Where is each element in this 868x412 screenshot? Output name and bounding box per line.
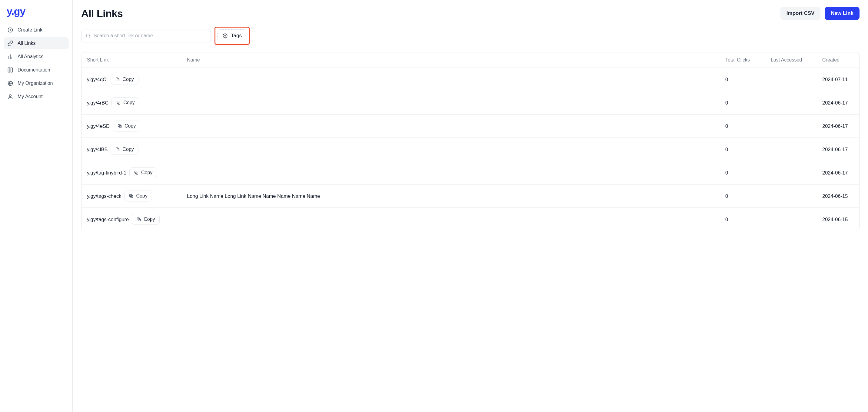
copy-button[interactable]: Copy xyxy=(111,144,138,155)
table-row[interactable]: y.gy/4qCICopy02024-07-11 xyxy=(82,68,859,91)
copy-icon xyxy=(115,147,120,152)
table-row[interactable]: y.gy/4rBCCopy02024-06-17 xyxy=(82,91,859,115)
short-link-text[interactable]: y.gy/4lBB xyxy=(87,147,107,152)
short-link-text[interactable]: y.gy/4rBC xyxy=(87,100,108,106)
sidebar-item-label: Create Link xyxy=(18,27,42,33)
table-row[interactable]: y.gy/tags-checkCopyLong Link Name Long L… xyxy=(82,185,859,208)
cell-created: 2024-06-17 xyxy=(817,138,859,161)
copy-button[interactable]: Copy xyxy=(113,121,140,131)
table-row[interactable]: y.gy/4lBBCopy02024-06-17 xyxy=(82,138,859,161)
sidebar-item-my-organization[interactable]: My Organization xyxy=(4,77,69,89)
short-link-text[interactable]: y.gy/tags-check xyxy=(87,193,121,199)
user-icon xyxy=(7,94,13,100)
cell-created: 2024-06-17 xyxy=(817,161,859,185)
cell-total-clicks: 0 xyxy=(720,68,765,91)
svg-point-8 xyxy=(9,95,11,97)
links-table-wrap: Short Link Name Total Clicks Last Access… xyxy=(81,52,860,231)
cell-last-accessed xyxy=(765,185,817,208)
plus-circle-icon xyxy=(7,27,13,33)
globe-icon xyxy=(7,80,13,86)
filters-row: Tags xyxy=(81,27,860,45)
sidebar-item-label: My Organization xyxy=(18,81,53,86)
copy-button[interactable]: Copy xyxy=(124,191,152,201)
cell-name xyxy=(182,115,720,138)
copy-button[interactable]: Copy xyxy=(112,97,139,108)
cell-last-accessed xyxy=(765,161,817,185)
sidebar-item-all-analytics[interactable]: All Analytics xyxy=(4,51,69,63)
copy-button-label: Copy xyxy=(136,193,147,199)
copy-icon xyxy=(129,194,134,198)
copy-button-label: Copy xyxy=(123,100,134,105)
sidebar-item-my-account[interactable]: My Account xyxy=(4,91,69,103)
copy-icon xyxy=(116,100,121,105)
cell-total-clicks: 0 xyxy=(720,91,765,115)
cell-last-accessed xyxy=(765,208,817,231)
tags-highlight-box: Tags xyxy=(215,27,250,45)
header-actions: Import CSV New Link xyxy=(780,7,860,20)
copy-icon xyxy=(134,170,139,175)
cell-name xyxy=(182,68,720,91)
cell-name xyxy=(182,91,720,115)
search-icon xyxy=(86,33,91,38)
copy-icon xyxy=(115,77,120,82)
cell-last-accessed xyxy=(765,115,817,138)
cell-total-clicks: 0 xyxy=(720,115,765,138)
copy-button[interactable]: Copy xyxy=(129,167,157,178)
copy-button-label: Copy xyxy=(122,147,134,152)
sidebar-item-create-link[interactable]: Create Link xyxy=(4,24,69,36)
cell-created: 2024-06-15 xyxy=(817,185,859,208)
cell-total-clicks: 0 xyxy=(720,185,765,208)
sidebar: y.gy Create Link All Links All Analytics xyxy=(0,0,73,412)
cell-last-accessed xyxy=(765,91,817,115)
col-header-last-accessed: Last Accessed xyxy=(765,53,817,68)
cell-created: 2024-06-17 xyxy=(817,91,859,115)
sidebar-item-label: All Analytics xyxy=(18,54,43,59)
short-link-text[interactable]: y.gy/tag-tinybird-1 xyxy=(87,170,126,176)
copy-icon xyxy=(136,217,141,222)
table-row[interactable]: y.gy/4eSDCopy02024-06-17 xyxy=(82,115,859,138)
cell-name xyxy=(182,161,720,185)
copy-button-label: Copy xyxy=(122,77,134,82)
col-header-created: Created xyxy=(817,53,859,68)
cell-total-clicks: 0 xyxy=(720,208,765,231)
copy-button-label: Copy xyxy=(144,217,155,222)
col-header-short-link: Short Link xyxy=(82,53,182,68)
col-header-total-clicks: Total Clicks xyxy=(720,53,765,68)
table-row[interactable]: y.gy/tags-configureCopy02024-06-15 xyxy=(82,208,859,231)
new-link-button[interactable]: New Link xyxy=(825,7,860,20)
tags-filter-button[interactable]: Tags xyxy=(217,29,247,42)
short-link-text[interactable]: y.gy/tags-configure xyxy=(87,217,129,222)
cell-total-clicks: 0 xyxy=(720,138,765,161)
search-input[interactable] xyxy=(81,29,211,42)
copy-icon xyxy=(117,124,122,128)
copy-button-label: Copy xyxy=(125,123,136,129)
cell-created: 2024-06-17 xyxy=(817,115,859,138)
cell-total-clicks: 0 xyxy=(720,161,765,185)
svg-point-9 xyxy=(86,34,90,37)
sidebar-item-all-links[interactable]: All Links xyxy=(4,37,69,50)
brand-logo: y.gy xyxy=(4,5,69,20)
link-icon xyxy=(7,40,13,46)
copy-button-label: Copy xyxy=(141,170,152,176)
page-title: All Links xyxy=(81,7,123,20)
bars-icon xyxy=(7,54,13,60)
sidebar-item-label: My Account xyxy=(18,94,43,99)
links-table: Short Link Name Total Clicks Last Access… xyxy=(82,53,859,231)
sidebar-item-documentation[interactable]: Documentation xyxy=(4,64,69,76)
plus-circle-icon xyxy=(222,33,228,38)
copy-button[interactable]: Copy xyxy=(132,214,159,225)
book-icon xyxy=(7,67,13,73)
sidebar-item-label: All Links xyxy=(18,41,36,46)
main-content: All Links Import CSV New Link Tags xyxy=(73,0,868,412)
svg-line-10 xyxy=(89,37,90,38)
import-csv-button[interactable]: Import CSV xyxy=(780,7,821,20)
cell-created: 2024-06-15 xyxy=(817,208,859,231)
copy-button[interactable]: Copy xyxy=(111,74,138,85)
short-link-text[interactable]: y.gy/4qCI xyxy=(87,77,107,83)
col-header-name: Name xyxy=(182,53,720,68)
tags-filter-label: Tags xyxy=(231,33,242,39)
cell-name: Long Link Name Long Link Name Name Name … xyxy=(182,185,720,208)
table-row[interactable]: y.gy/tag-tinybird-1Copy02024-06-17 xyxy=(82,161,859,185)
short-link-text[interactable]: y.gy/4eSD xyxy=(87,123,110,129)
cell-created: 2024-07-11 xyxy=(817,68,859,91)
